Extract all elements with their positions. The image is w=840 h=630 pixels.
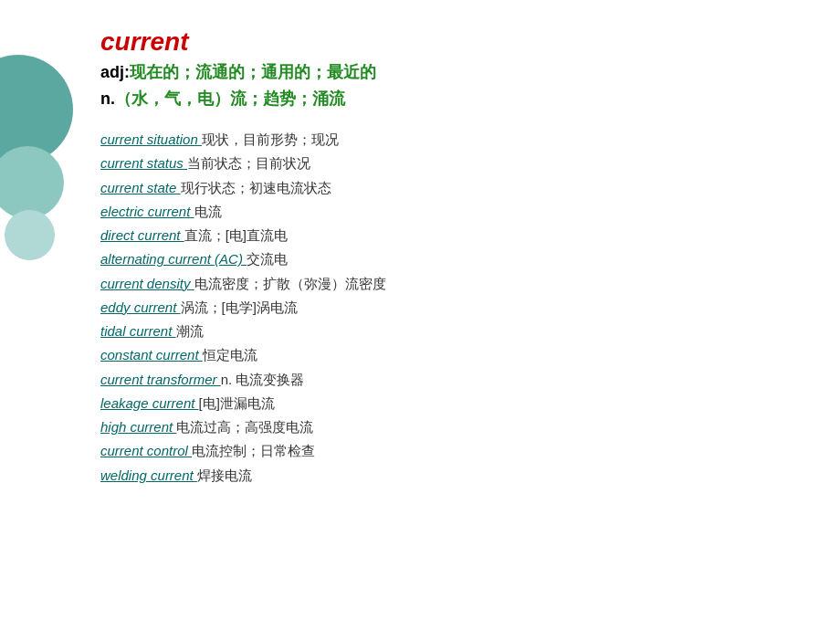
phrase-item: high current 电流过高；高强度电流 xyxy=(100,415,822,439)
phrase-link[interactable]: tidal current xyxy=(100,323,176,339)
decorative-background xyxy=(0,0,82,630)
phrase-link[interactable]: current situation xyxy=(100,131,202,147)
circle-medium xyxy=(0,146,64,219)
phrase-item: constant current 恒定电流 xyxy=(100,343,822,367)
phrase-item: welding current 焊接电流 xyxy=(100,464,822,488)
phrase-link[interactable]: current status xyxy=(100,155,187,171)
phrase-chinese: 现行状态；初速电流状态 xyxy=(181,180,331,195)
phrase-item: current transformer n. 电流变换器 xyxy=(100,368,822,392)
phrase-chinese: 潮流 xyxy=(176,323,204,339)
phrase-item: current state 现行状态；初速电流状态 xyxy=(100,176,822,200)
phrase-link[interactable]: welding current xyxy=(100,467,197,483)
phrase-item: leakage current [电]泄漏电流 xyxy=(100,392,822,415)
phrase-item: alternating current (AC) 交流电 xyxy=(100,247,822,271)
phrase-item: electric current 电流 xyxy=(100,200,822,224)
phrase-chinese: 涡流；[电学]涡电流 xyxy=(181,299,298,315)
phrase-link[interactable]: eddy current xyxy=(100,299,181,315)
phrase-chinese: [电]泄漏电流 xyxy=(199,395,275,411)
phrase-chinese: 电流控制；日常检查 xyxy=(192,443,315,458)
phrase-link[interactable]: high current xyxy=(100,419,176,435)
phrase-chinese: 当前状态；目前状况 xyxy=(187,155,310,171)
phrase-item: current density 电流密度；扩散（弥漫）流密度 xyxy=(100,272,822,296)
phrase-chinese: 电流过高；高强度电流 xyxy=(176,419,313,435)
n-definition-line: n.（水，气，电）流；趋势；涌流 xyxy=(100,87,822,111)
phrase-item: eddy current 涡流；[电学]涡电流 xyxy=(100,296,822,320)
phrase-chinese: 电流密度；扩散（弥漫）流密度 xyxy=(194,276,386,291)
adj-label: adj: xyxy=(100,63,130,81)
phrase-chinese: 焊接电流 xyxy=(197,467,252,483)
phrase-link[interactable]: leakage current xyxy=(100,395,199,411)
phrase-chinese: 交流电 xyxy=(247,251,288,267)
adj-definition: 现在的；流通的；通用的；最近的 xyxy=(130,63,376,81)
word-title: current xyxy=(100,27,822,57)
circle-small xyxy=(5,210,55,260)
main-content: current adj:现在的；流通的；通用的；最近的 n.（水，气，电）流；趋… xyxy=(100,27,822,488)
n-definition: （水，气，电）流；趋势；涌流 xyxy=(115,89,345,108)
phrase-link[interactable]: current density xyxy=(100,276,194,291)
phrase-link[interactable]: alternating current (AC) xyxy=(100,251,247,267)
phrases-section: current situation 现状，目前形势；现况current stat… xyxy=(100,128,822,488)
phrase-link[interactable]: current control xyxy=(100,443,192,458)
phrase-link[interactable]: electric current xyxy=(100,204,194,219)
phrase-chinese: 恒定电流 xyxy=(203,347,257,362)
adj-definition-line: adj:现在的；流通的；通用的；最近的 xyxy=(100,60,822,85)
phrase-item: tidal current 潮流 xyxy=(100,320,822,343)
phrase-item: current status 当前状态；目前状况 xyxy=(100,152,822,175)
phrase-link[interactable]: current transformer xyxy=(100,372,221,387)
phrase-chinese: 直流；[电]直流电 xyxy=(184,227,288,243)
phrase-chinese: 现状，目前形势；现况 xyxy=(202,131,339,147)
phrase-chinese: n. 电流变换器 xyxy=(221,372,305,387)
phrase-link[interactable]: constant current xyxy=(100,347,203,362)
phrase-item: direct current 直流；[电]直流电 xyxy=(100,224,822,247)
phrase-link[interactable]: direct current xyxy=(100,227,184,243)
phrase-item: current control 电流控制；日常检查 xyxy=(100,439,822,463)
phrase-chinese: 电流 xyxy=(194,204,222,219)
phrase-item: current situation 现状，目前形势；现况 xyxy=(100,128,822,152)
phrase-link[interactable]: current state xyxy=(100,180,181,195)
n-label: n. xyxy=(100,89,115,108)
